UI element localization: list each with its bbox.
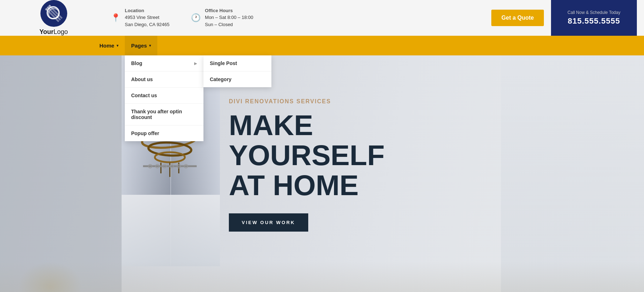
dropdown-blog[interactable]: Blog ▶ Single Post Category bbox=[125, 55, 203, 71]
hours-block: 🕐 Office Hours Mon – Sat 8:00 – 18:00 Su… bbox=[191, 8, 253, 28]
location-icon: 📍 bbox=[111, 13, 121, 23]
hours-text: Office Hours Mon – Sat 8:00 – 18:00 Sun … bbox=[205, 8, 253, 28]
hero-content: Divi Renovations Services Make Yourself … bbox=[229, 98, 461, 232]
dropdown-about[interactable]: About us bbox=[125, 71, 203, 88]
svg-point-9 bbox=[155, 152, 185, 162]
logo-icon bbox=[40, 0, 67, 27]
hero-section: Divi Renovations Services Make Yourself … bbox=[0, 55, 644, 292]
nav-bar: Home ▾ Pages ▾ Blog ▶ Single Post Catego… bbox=[0, 36, 644, 55]
location-value: 4953 Vine Street San Diego, CA 92465 bbox=[125, 14, 169, 28]
logo-area: YourLogo bbox=[7, 0, 100, 36]
dropdown-popup[interactable]: Popup offer bbox=[125, 125, 203, 141]
hero-title: Make Yourself At Home bbox=[229, 110, 461, 201]
submenu-single-post[interactable]: Single Post bbox=[203, 55, 271, 71]
hours-label: Office Hours bbox=[205, 8, 253, 13]
nav-pages[interactable]: Pages ▾ Blog ▶ Single Post Category Abou… bbox=[125, 36, 157, 55]
curtain-fabric bbox=[122, 195, 220, 266]
call-area: Call Now & Schedule Today 815.555.5555 bbox=[551, 0, 637, 36]
dropdown-contact[interactable]: Contact us bbox=[125, 88, 203, 104]
blog-submenu: Single Post Category bbox=[203, 55, 271, 87]
top-bar-info: 📍 Location 4953 Vine Street San Diego, C… bbox=[100, 8, 491, 28]
home-arrow-icon: ▾ bbox=[117, 44, 118, 48]
pages-arrow-icon: ▾ bbox=[149, 44, 151, 48]
nav-home[interactable]: Home ▾ bbox=[93, 36, 125, 55]
call-number: 815.555.5555 bbox=[568, 16, 620, 26]
hero-bottom-gradient bbox=[0, 262, 644, 292]
submenu-category[interactable]: Category bbox=[203, 71, 271, 87]
logo-text: YourLogo bbox=[39, 28, 68, 36]
hero-subtitle: Divi Renovations Services bbox=[229, 98, 461, 105]
call-label: Call Now & Schedule Today bbox=[567, 10, 620, 15]
clock-icon: 🕐 bbox=[191, 13, 201, 23]
hours-value: Mon – Sat 8:00 – 18:00 Sun – Closed bbox=[205, 14, 253, 28]
blog-arrow-icon: ▶ bbox=[194, 61, 197, 65]
dropdown-thankyou[interactable]: Thank you after optin discount bbox=[125, 104, 203, 125]
location-block: 📍 Location 4953 Vine Street San Diego, C… bbox=[111, 8, 169, 28]
get-quote-button[interactable]: Get a Quote bbox=[491, 10, 544, 26]
location-label: Location bbox=[125, 8, 169, 13]
hero-right-curtain bbox=[501, 55, 644, 292]
location-text: Location 4953 Vine Street San Diego, CA … bbox=[125, 8, 169, 28]
pages-dropdown: Blog ▶ Single Post Category About us Con… bbox=[125, 55, 203, 141]
view-work-button[interactable]: View Our Work bbox=[229, 213, 308, 232]
top-bar: YourLogo 📍 Location 4953 Vine Street San… bbox=[0, 0, 644, 36]
hero-left-panel bbox=[0, 55, 122, 292]
